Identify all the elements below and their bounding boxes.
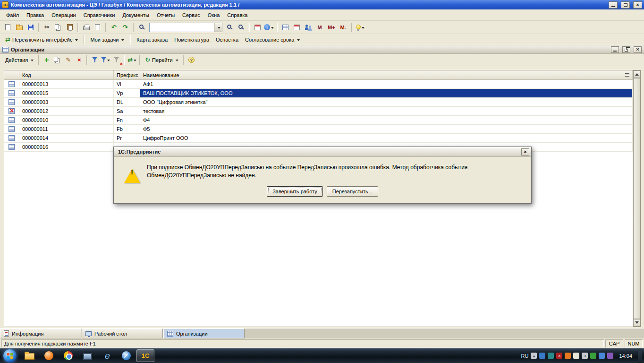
order-card-button[interactable]: Карта заказа [134, 35, 170, 44]
scroll-up-button[interactable] [633, 70, 641, 78]
list-settings-icon[interactable] [625, 75, 629, 75]
cell-prefix[interactable]: DL [114, 98, 140, 106]
search-combobox[interactable] [149, 23, 222, 32]
cell-code[interactable]: 000000013 [19, 80, 114, 88]
my-tasks-button[interactable]: Мои задачи [87, 35, 127, 44]
cell-prefix[interactable]: Vp [114, 89, 140, 97]
tray-icon-network[interactable] [599, 353, 605, 359]
cell-prefix[interactable]: Pr [114, 134, 140, 142]
show-table-button[interactable] [280, 22, 291, 33]
table-row[interactable]: 000000003 DL ООО "Цифровая этикетка" [4, 98, 633, 107]
copy-item-button[interactable] [52, 54, 63, 65]
menu-catalogs[interactable]: Справочники [80, 11, 119, 19]
print-preview-button[interactable] [92, 22, 103, 33]
table-row-marked-deleted[interactable]: 000000012 Sa тестовая [4, 107, 633, 116]
child-window-titlebar[interactable]: Организации × [0, 45, 644, 54]
nomenclature-button[interactable]: Номенклатура [171, 35, 212, 44]
set-deletion-mark-button[interactable]: × [74, 54, 85, 65]
cell-prefix[interactable]: Vi [114, 80, 140, 88]
cell-name[interactable]: тестовая [140, 107, 633, 115]
tab-organizations[interactable]: Организации [163, 328, 245, 338]
filter-button[interactable] [89, 54, 100, 65]
scroll-down-button[interactable] [633, 319, 641, 327]
tray-icon-speaker[interactable]: ◖ [582, 353, 588, 359]
cell-prefix[interactable]: Fb [114, 125, 140, 133]
calendar-small-button[interactable] [252, 22, 263, 33]
dialog-titlebar[interactable]: 1С:Предприятие × [114, 147, 531, 157]
memory-add-button[interactable]: M+ [326, 23, 337, 32]
calendar-button[interactable] [291, 22, 302, 33]
taskbar-clock[interactable]: 14:04 [616, 353, 636, 359]
table-row[interactable]: 000000013 Vi АФ1 [4, 80, 633, 89]
child-close-button[interactable]: × [634, 46, 642, 53]
tip-of-day-button[interactable] [355, 22, 365, 33]
header-prefix[interactable]: Префикс [114, 70, 140, 79]
vertical-scrollbar[interactable] [633, 70, 641, 327]
child-minimize-button[interactable] [611, 46, 619, 53]
table-row[interactable]: 000000014 Pr ЦифроПринт ООО [4, 134, 633, 143]
find-previous-button[interactable] [236, 22, 246, 33]
print-button[interactable] [81, 22, 92, 33]
tab-information[interactable]: Информация [0, 328, 81, 338]
menu-documents[interactable]: Документы [119, 11, 153, 19]
dialog-close-button[interactable]: × [521, 148, 529, 156]
minimize-button[interactable] [609, 1, 618, 9]
menu-service[interactable]: Сервис [179, 11, 203, 19]
taskbar-safari-button[interactable] [117, 349, 135, 362]
show-desktop-button[interactable] [638, 348, 642, 363]
new-document-button[interactable] [2, 22, 13, 33]
help-button[interactable]: ? [186, 54, 197, 65]
taskbar-explorer-button[interactable] [20, 349, 38, 362]
taskbar-monitor-button[interactable] [78, 349, 96, 362]
paste-button[interactable] [64, 22, 75, 33]
find-button[interactable] [136, 22, 147, 33]
menu-help[interactable]: Справка [224, 11, 251, 19]
cell-name[interactable]: Ф4 [140, 116, 633, 124]
child-restore-button[interactable] [622, 46, 630, 53]
cut-button[interactable]: ✂ [42, 22, 52, 33]
cell-prefix[interactable]: Sa [114, 107, 140, 115]
table-row[interactable]: 000000010 Fn Ф4 [4, 116, 633, 125]
cell-name[interactable]: ЦифроПринт ООО [140, 134, 633, 142]
tray-icon-app3[interactable] [607, 353, 613, 359]
filter-by-value-button[interactable] [100, 54, 111, 65]
redo-button[interactable]: ↷ [120, 22, 131, 33]
taskbar-media-button[interactable] [40, 349, 58, 362]
cell-code[interactable]: 000000011 [19, 125, 114, 133]
taskbar-chrome-button[interactable] [59, 349, 77, 362]
cell-code[interactable]: 000000003 [19, 98, 114, 106]
tray-hidden-icons-button[interactable]: ▴ [531, 353, 537, 359]
undo-button[interactable]: ↶ [109, 22, 119, 33]
cell-code[interactable]: 000000016 [19, 143, 114, 151]
clear-filter-button[interactable] [111, 54, 122, 65]
cell-name[interactable]: АФ1 [140, 80, 633, 88]
search-input[interactable] [150, 24, 214, 31]
language-indicator[interactable]: RU [521, 353, 529, 359]
cell-code[interactable]: 000000014 [19, 134, 114, 142]
actions-button[interactable]: Действия [2, 56, 36, 64]
cell-name[interactable]: ООО "Цифровая этикетка" [140, 98, 633, 106]
close-button[interactable]: × [633, 1, 642, 9]
tray-icon-shield[interactable] [590, 353, 596, 359]
restart-button[interactable]: Перезапустить... [327, 186, 378, 197]
finish-work-button[interactable]: Завершить работу [267, 186, 323, 197]
term-approval-button[interactable]: Согласование срока [242, 35, 303, 44]
add-button[interactable]: + [41, 54, 52, 65]
find-next-button[interactable] [224, 22, 235, 33]
table-row[interactable]: 000000011 Fb Ф5 [4, 125, 633, 134]
tab-desktop[interactable]: Рабочий стол [82, 328, 163, 338]
scrollbar-thumb[interactable] [633, 78, 641, 319]
info-button[interactable]: i [263, 22, 274, 33]
window-titlebar[interactable]: 1С Комплексная автоматизация - ЦЭ / Глав… [0, 0, 644, 9]
tray-icon-app2[interactable] [565, 353, 571, 359]
switch-interface-button[interactable]: ⇄ Переключить интерфейс [2, 35, 81, 44]
cell-code[interactable]: 000000012 [19, 107, 114, 115]
copy-button[interactable] [53, 22, 64, 33]
tray-icon-app1[interactable] [548, 353, 554, 359]
output-list-button[interactable]: ⇄ [127, 54, 137, 65]
menu-reports[interactable]: Отчеты [153, 11, 178, 19]
goto-button[interactable]: ↻ Перейти [142, 55, 181, 64]
table-row-selected[interactable]: 000000015 Vp ВАШ ПОСТАВЩИК ЭТИКЕТОК, ООО [4, 89, 633, 98]
taskbar-1c-button[interactable]: 1С [136, 349, 154, 362]
search-dropdown-button[interactable] [214, 23, 222, 32]
